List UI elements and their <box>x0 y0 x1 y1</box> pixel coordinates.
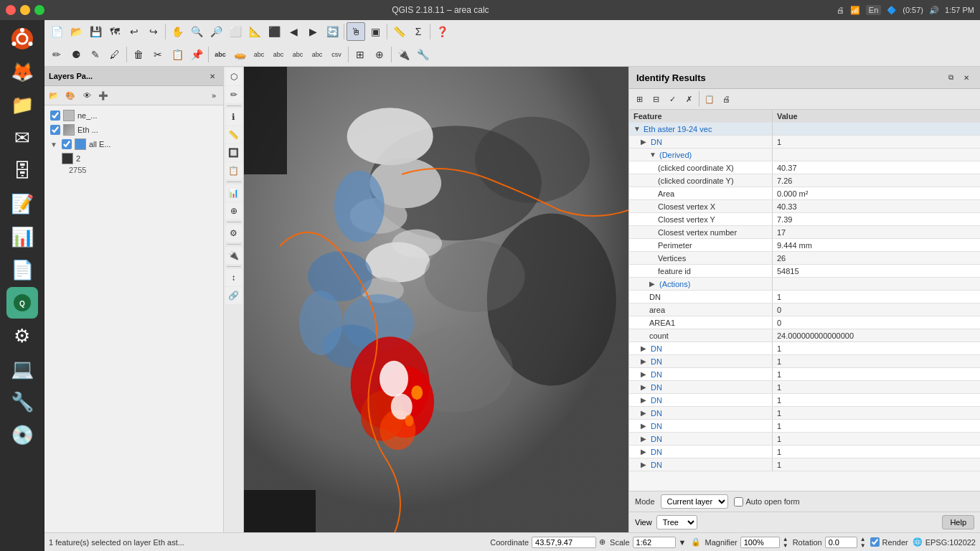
dock-icon-gear2[interactable]: 🔧 <box>6 386 38 418</box>
new-button[interactable]: 📄 <box>47 22 66 41</box>
label-btn-4[interactable]: abc <box>288 45 307 64</box>
map-area[interactable] <box>244 67 628 532</box>
move-vtb-button[interactable]: ↕ <box>225 269 242 286</box>
layers-expand-button[interactable]: » <box>206 88 222 103</box>
dn-rep-3-expand[interactable]: ▶ <box>641 370 651 378</box>
identify-dn-rep-6[interactable]: ▶ DN 1 <box>629 407 980 420</box>
identify-dn-rep-2[interactable]: ▶ DN 1 <box>629 355 980 368</box>
minimize-button[interactable] <box>20 5 30 15</box>
snap-button[interactable]: ⊕ <box>370 45 389 64</box>
dn-rep-8-expand[interactable]: ▶ <box>641 435 651 443</box>
dock-icon-db[interactable]: 🗄 <box>6 155 38 187</box>
csv-button[interactable]: csv <box>327 45 346 64</box>
dock-icon-ubuntu[interactable] <box>6 23 38 55</box>
dock-icon-terminal[interactable]: 💻 <box>6 353 38 385</box>
identify-close-button[interactable]: ✕ <box>960 71 973 84</box>
layer-item-ne[interactable]: ne_... <box>47 108 220 123</box>
identify-actions[interactable]: ▶ (Actions) <box>629 278 980 291</box>
mode-select[interactable]: Current layer Top down All layers <box>661 494 728 509</box>
dn-expand-icon[interactable]: ▶ <box>641 138 651 146</box>
layer-add-button[interactable]: ➕ <box>95 88 111 103</box>
render-checkbox[interactable] <box>870 537 880 547</box>
pan-button[interactable]: ✋ <box>168 22 187 41</box>
chart-vtb-button[interactable]: 📊 <box>225 184 242 202</box>
save-button[interactable]: 💾 <box>86 22 105 41</box>
help-button[interactable]: ❓ <box>433 22 451 41</box>
dock-icon-settings[interactable]: ⚙ <box>6 320 38 352</box>
label-btn-1[interactable]: abc <box>211 45 230 64</box>
layers-panel-close[interactable]: ✕ <box>206 70 219 83</box>
redo-button[interactable]: ↪ <box>144 22 163 41</box>
identify-vtb-button[interactable]: ℹ <box>225 108 242 126</box>
chart-button[interactable]: 🥧 <box>230 45 249 64</box>
print-layout-button[interactable]: 🗺 <box>105 22 124 41</box>
measure-vtb-button[interactable]: 📏 <box>225 126 242 143</box>
form-vtb-button[interactable]: 📋 <box>225 162 242 179</box>
identify-dn-rep-5[interactable]: ▶ DN 1 <box>629 394 980 407</box>
copy-feature-button[interactable]: 📋 <box>168 45 187 64</box>
layer-ne-checkbox[interactable] <box>50 110 60 121</box>
rotation-stepper[interactable]: ▲▼ <box>860 536 866 549</box>
id-expand-all[interactable]: ⊞ <box>631 91 647 107</box>
dock-icon-writer[interactable]: 📝 <box>6 188 38 220</box>
zoom-out-button[interactable]: 🔎 <box>207 22 225 41</box>
derived-expand-icon[interactable]: ▼ <box>649 151 659 159</box>
stat-button[interactable]: Σ <box>409 22 428 41</box>
help-button[interactable]: Help <box>942 515 974 529</box>
dn-rep-9-expand[interactable]: ▶ <box>641 448 651 456</box>
scale-dropdown[interactable]: ▼ <box>679 538 687 547</box>
plugin-btn[interactable]: 🔌 <box>394 45 413 64</box>
dock-icon-calc[interactable]: 📊 <box>6 221 38 253</box>
identify-dn-rep-1[interactable]: ▶ DN 1 <box>629 342 980 355</box>
layer-all-checkbox[interactable] <box>62 139 72 149</box>
scale-input[interactable] <box>633 537 676 548</box>
id-deselect-all[interactable]: ✗ <box>681 91 697 107</box>
close-button[interactable] <box>6 5 16 15</box>
coordinate-input[interactable] <box>532 537 596 548</box>
connect-vtb-button[interactable]: 🔗 <box>225 287 242 304</box>
zoom-layer-button[interactable]: 📐 <box>245 22 264 41</box>
label-btn-5[interactable]: abc <box>308 45 326 64</box>
rotation-input[interactable] <box>825 537 857 548</box>
layer-item-all[interactable]: ▼ all E... <box>47 137 220 151</box>
grid-button[interactable]: ⊞ <box>351 45 369 64</box>
raster-btn[interactable]: 🔧 <box>413 45 432 64</box>
node-tool-button[interactable]: ⚈ <box>67 45 85 64</box>
dock-icon-firefox[interactable]: 🦊 <box>6 56 38 88</box>
select-all-button[interactable]: ⬡ <box>225 68 242 85</box>
auto-form-checkbox[interactable] <box>734 497 743 507</box>
digitize-button[interactable]: ✎ <box>86 45 105 64</box>
paste-feature-button[interactable]: 📌 <box>187 45 206 64</box>
dn-rep-10-expand[interactable]: ▶ <box>641 461 651 468</box>
dock-icon-email[interactable]: ✉ <box>6 122 38 154</box>
dock-icon-dvd[interactable]: 💿 <box>6 419 38 451</box>
cut-feature-button[interactable]: ✂ <box>149 45 167 64</box>
identify-dn-rep-3[interactable]: ▶ DN 1 <box>629 368 980 381</box>
eth-expand-icon[interactable]: ▼ <box>633 125 644 133</box>
dn-rep-6-expand[interactable]: ▶ <box>641 409 651 417</box>
layer-filter-button[interactable]: 👁 <box>79 88 95 103</box>
dn-rep-5-expand[interactable]: ▶ <box>641 396 651 404</box>
identify-section-eth[interactable]: ▼ Eth aster 19-24 vec <box>629 123 980 136</box>
dock-icon-qgis[interactable]: Q <box>6 287 38 319</box>
magnifier-stepper[interactable]: ▲▼ <box>783 536 788 549</box>
label-btn-2[interactable]: abc <box>250 45 268 64</box>
identify-dn-rep-8[interactable]: ▶ DN 1 <box>629 433 980 446</box>
undo-button[interactable]: ↩ <box>125 22 143 41</box>
identify-dn-rep-7[interactable]: ▶ DN 1 <box>629 420 980 433</box>
label-btn-3[interactable]: abc <box>269 45 288 64</box>
delete-button[interactable]: 🗑 <box>129 45 148 64</box>
zoom-full-button[interactable]: ⬜ <box>226 22 245 41</box>
zoom-in-button[interactable]: 🔍 <box>187 22 206 41</box>
snap-vtb-button[interactable]: ⊕ <box>225 202 242 220</box>
measure-button[interactable]: 📏 <box>390 22 408 41</box>
layer-item-eth[interactable]: Eth ... <box>47 123 220 137</box>
edit-pencil-button[interactable]: ✏ <box>47 45 66 64</box>
identify-undock-button[interactable]: ⧉ <box>944 71 957 84</box>
layer-eth-checkbox[interactable] <box>50 125 60 135</box>
open-layer-button[interactable]: 📂 <box>46 88 62 103</box>
id-print-button[interactable]: 🖨 <box>718 91 734 107</box>
maximize-button[interactable] <box>34 5 44 15</box>
identify-dn-main[interactable]: ▶ DN 1 <box>629 136 980 149</box>
snap-settings-button[interactable]: ⚙ <box>225 225 242 242</box>
